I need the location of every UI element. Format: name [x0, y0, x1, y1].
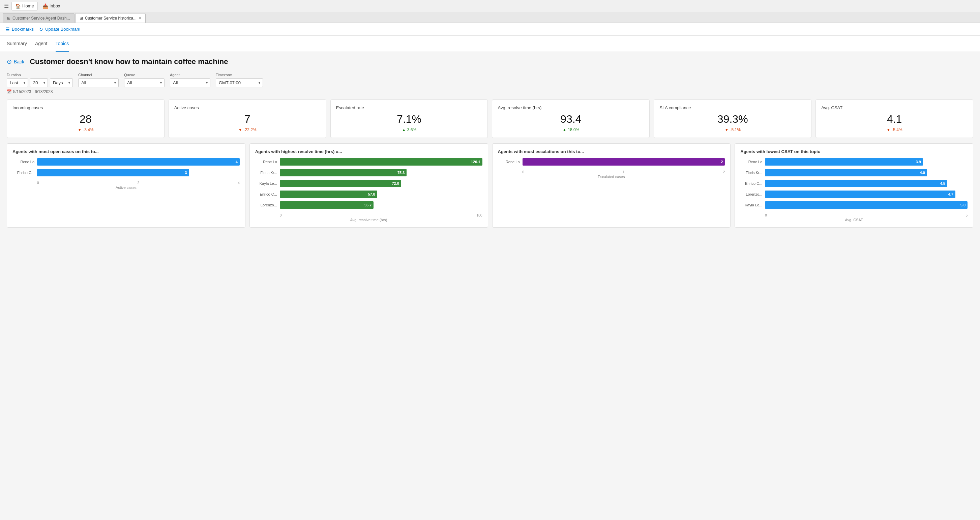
x-axis-labels-escalations: 012	[498, 170, 725, 174]
chart-title-resolve_time: Agents with highest resolve time (hrs) o…	[255, 149, 482, 154]
channel-select[interactable]: All	[78, 78, 119, 87]
home-button[interactable]: 🏠 Home	[11, 2, 38, 10]
kpi-delta-5: ▼ -5.4%	[821, 128, 967, 132]
queue-select[interactable]: All	[124, 78, 164, 87]
tab-icon-2: ⊞	[80, 16, 83, 21]
bar-row-open_cases-0: Rene Lo 4	[13, 158, 240, 166]
bar-fill-resolve_time-1: 75.3	[280, 169, 407, 176]
tab-historical[interactable]: ⊞ Customer Service historica... ✕	[75, 13, 146, 22]
bar-track-resolve_time-0: 120.1	[280, 158, 482, 166]
back-button[interactable]: ⊙ Back	[7, 58, 24, 65]
tab-summary[interactable]: Summary	[7, 36, 27, 52]
bar-row-resolve_time-3: Enrico C... 57.8	[255, 191, 482, 198]
timezone-select[interactable]: GMT-07:00	[216, 78, 263, 87]
bar-track-csat-2: 4.5	[765, 180, 967, 187]
kpi-arrow-0: ▼	[78, 128, 81, 132]
update-bookmark-button[interactable]: ↻ Update Bookmark	[39, 27, 80, 32]
charts-row: Agents with most open cases on this to..…	[7, 143, 973, 228]
bar-label-resolve_time-2: Kayla Le...	[255, 182, 277, 185]
page-header: ⊙ Back Customer doesn't know how to main…	[7, 57, 973, 66]
bar-fill-open_cases-1: 3	[37, 169, 189, 176]
x-axis-label: 0	[765, 214, 767, 217]
bar-label-resolve_time-4: Lorenzo...	[255, 203, 277, 207]
bar-track-open_cases-1: 3	[37, 169, 240, 176]
bar-fill-csat-4: 5.0	[765, 201, 967, 209]
bar-label-escalations-0: Rene Lo	[498, 160, 520, 164]
duration-unit-select[interactable]: Days	[50, 78, 73, 87]
bar-row-resolve_time-0: Rene Lo 120.1	[255, 158, 482, 166]
channel-dropdown[interactable]: All	[78, 78, 119, 87]
bar-fill-csat-2: 4.5	[765, 180, 947, 187]
bar-row-resolve_time-1: Floris Kr... 75.3	[255, 169, 482, 176]
timezone-filter: Timezone GMT-07:00	[216, 73, 263, 87]
kpi-label-0: Incoming cases	[13, 105, 159, 110]
bar-label-csat-2: Enrico C...	[740, 182, 762, 185]
kpi-row: Incoming cases 28 ▼ -3.4% Active cases 7…	[7, 99, 973, 138]
duration-number-input[interactable]: 30	[30, 78, 48, 87]
tab-agent-dash[interactable]: ⊞ Customer Service Agent Dash...	[3, 13, 75, 22]
x-axis-label: 5	[966, 214, 967, 217]
kpi-card-0: Incoming cases 28 ▼ -3.4%	[7, 99, 164, 138]
kpi-label-1: Active cases	[174, 105, 321, 110]
hamburger-menu[interactable]: ☰	[3, 2, 10, 10]
refresh-icon: ↻	[39, 27, 43, 32]
tab-topics[interactable]: Topics	[56, 36, 69, 52]
x-axis-title-escalations: Escalated cases	[498, 175, 725, 179]
bar-row-resolve_time-2: Kayla Le... 72.0	[255, 180, 482, 187]
kpi-value-0: 28	[13, 113, 159, 126]
channel-label: Channel	[78, 73, 119, 77]
kpi-card-4: SLA compliance 39.3% ▼ -5.1%	[654, 99, 811, 138]
bar-fill-resolve_time-2: 72.0	[280, 180, 401, 187]
duration-number-dropdown[interactable]: 30	[30, 78, 48, 87]
inbox-button[interactable]: 📥 Inbox	[39, 2, 64, 10]
duration-prefix-dropdown[interactable]: Last	[7, 78, 28, 87]
bar-track-csat-0: 3.9	[765, 158, 967, 166]
kpi-card-1: Active cases 7 ▼ -22.2%	[169, 99, 326, 138]
bar-row-csat-3: Lorenzo... 4.7	[740, 191, 967, 198]
kpi-delta-text-2: 3.6%	[407, 128, 416, 132]
x-axis-label: 2	[723, 170, 725, 174]
duration-unit-dropdown[interactable]: Days	[50, 78, 73, 87]
x-axis-title-resolve_time: Avg. resolve time (hrs)	[255, 218, 482, 222]
tab-agent[interactable]: Agent	[35, 36, 48, 52]
agent-select[interactable]: All	[170, 78, 210, 87]
bar-track-resolve_time-4: 55.7	[280, 201, 482, 209]
main-content: ⊙ Back Customer doesn't know how to main…	[0, 52, 980, 520]
queue-dropdown[interactable]: All	[124, 78, 164, 87]
agent-filter: Agent All	[170, 73, 210, 87]
tab-close-icon[interactable]: ✕	[138, 16, 141, 20]
bar-track-open_cases-0: 4	[37, 158, 240, 166]
bar-row-csat-0: Rene Lo 3.9	[740, 158, 967, 166]
bar-label-csat-3: Lorenzo...	[740, 192, 762, 196]
bar-track-csat-4: 5.0	[765, 201, 967, 209]
kpi-arrow-5: ▼	[886, 128, 890, 132]
kpi-arrow-3: ▲	[562, 128, 566, 132]
kpi-label-2: Escalated rate	[336, 105, 482, 110]
back-label: Back	[14, 59, 24, 64]
timezone-label: Timezone	[216, 73, 263, 77]
tab-bar: ⊞ Customer Service Agent Dash... ⊞ Custo…	[0, 12, 980, 23]
update-bookmark-label: Update Bookmark	[45, 27, 80, 32]
kpi-arrow-1: ▼	[238, 128, 242, 132]
bar-chart-resolve_time: Rene Lo 120.1 Floris Kr... 75.3 Kayla Le…	[255, 158, 482, 212]
kpi-card-3: Avg. resolve time (hrs) 93.4 ▲ 18.0%	[492, 99, 650, 138]
bar-row-csat-2: Enrico C... 4.5	[740, 180, 967, 187]
bar-fill-csat-0: 3.9	[765, 158, 923, 166]
home-label: Home	[22, 3, 34, 8]
bar-row-open_cases-1: Enrico C... 3	[13, 169, 240, 176]
bar-chart-escalations: Rene Lo 2	[498, 158, 725, 169]
kpi-value-4: 39.3%	[659, 113, 806, 126]
bar-track-csat-1: 4.0	[765, 169, 967, 176]
agent-dropdown[interactable]: All	[170, 78, 210, 87]
duration-prefix-select[interactable]: Last	[7, 78, 28, 87]
kpi-delta-0: ▼ -3.4%	[13, 128, 159, 132]
kpi-label-3: Avg. resolve time (hrs)	[498, 105, 644, 110]
chart-title-open_cases: Agents with most open cases on this to..…	[13, 149, 240, 154]
timezone-dropdown[interactable]: GMT-07:00	[216, 78, 263, 87]
kpi-delta-2: ▲ 3.6%	[336, 128, 482, 132]
bookmarks-button[interactable]: ☰ Bookmarks	[5, 27, 34, 32]
kpi-delta-text-0: -3.4%	[83, 128, 93, 132]
chart-title-csat: Agents with lowest CSAT on this topic	[740, 149, 967, 154]
bar-fill-resolve_time-0: 120.1	[280, 158, 482, 166]
bar-track-csat-3: 4.7	[765, 191, 967, 198]
